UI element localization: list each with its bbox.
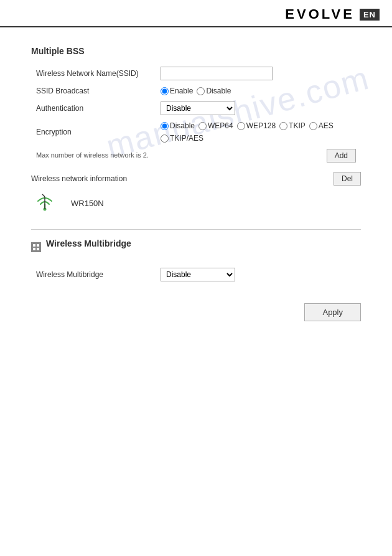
grid-icon — [32, 243, 40, 251]
device-name: WR150N — [71, 199, 104, 208]
ssid-input[interactable] — [161, 67, 273, 80]
multibridge-section-header: Wireless Multibridge — [31, 238, 361, 256]
svg-rect-6 — [37, 248, 39, 250]
multibridge-label: Wireless Multibridge — [31, 265, 156, 285]
enc-wep128-option[interactable]: WEP128 — [237, 121, 276, 130]
apply-row: Apply — [31, 303, 361, 321]
broadcast-radio-group: Enable Disable — [161, 87, 356, 95]
max-network-note: Max number of wireless network is 2. — [36, 151, 151, 160]
enc-wep64-option[interactable]: WEP64 — [198, 121, 233, 130]
network-device-row: WR150N — [31, 189, 361, 217]
multibridge-select[interactable]: Disable Enable — [161, 268, 235, 281]
multibridge-row: Wireless Multibridge Disable Enable — [31, 265, 361, 285]
enc-tkipaes-option[interactable]: TKIP/AES — [161, 134, 203, 143]
logo: EVOLVE — [285, 6, 355, 22]
svg-rect-3 — [33, 244, 35, 247]
multibridge-form: Wireless Multibridge Disable Enable — [31, 265, 361, 285]
enc-tkip-option[interactable]: TKIP — [279, 121, 306, 130]
svg-rect-5 — [33, 248, 35, 250]
multibridge-title: Wireless Multibridge — [46, 238, 131, 248]
encryption-row: Encryption Disable WEP64 WEP128 — [31, 118, 361, 146]
enc-aes-option[interactable]: AES — [309, 121, 334, 130]
add-button[interactable]: Add — [327, 149, 356, 163]
section-icon — [31, 242, 41, 252]
broadcast-enable-option[interactable]: Enable — [161, 87, 193, 95]
del-button[interactable]: Del — [334, 172, 361, 186]
encryption-label: Encryption — [31, 118, 156, 146]
ssid-row: Wireless Network Name(SSID) — [31, 64, 361, 83]
broadcast-row: SSID Broadcast Enable Disable — [31, 83, 361, 98]
svg-line-2 — [42, 194, 45, 197]
broadcast-label: SSID Broadcast — [31, 83, 156, 98]
header: EVOLVE EN — [0, 0, 392, 27]
section-divider — [31, 229, 361, 230]
auth-select[interactable]: Disable WEP WPA-PSK WPA2-PSK — [161, 101, 235, 115]
apply-button[interactable]: Apply — [304, 303, 361, 321]
broadcast-disable-option[interactable]: Disable — [197, 87, 231, 95]
enc-disable-option[interactable]: Disable — [161, 121, 195, 130]
main-content: Multiple BSS Wireless Network Name(SSID)… — [0, 27, 392, 340]
multiple-bss-form: Wireless Network Name(SSID) SSID Broadca… — [31, 64, 361, 166]
auth-row: Authentication Disable WEP WPA-PSK WPA2-… — [31, 98, 361, 118]
lang-badge: EN — [360, 9, 380, 21]
svg-rect-4 — [37, 244, 39, 247]
network-info-label: Wireless network information — [31, 174, 127, 183]
network-info-row: Wireless network information Del — [31, 172, 361, 186]
max-network-row: Max number of wireless network is 2. Add — [31, 146, 361, 166]
wifi-icon — [34, 192, 56, 214]
encryption-radio-group: Disable WEP64 WEP128 TKIP — [161, 121, 356, 143]
multiple-bss-title: Multiple BSS — [31, 46, 361, 56]
auth-label: Authentication — [31, 98, 156, 118]
ssid-label: Wireless Network Name(SSID) — [31, 64, 156, 83]
